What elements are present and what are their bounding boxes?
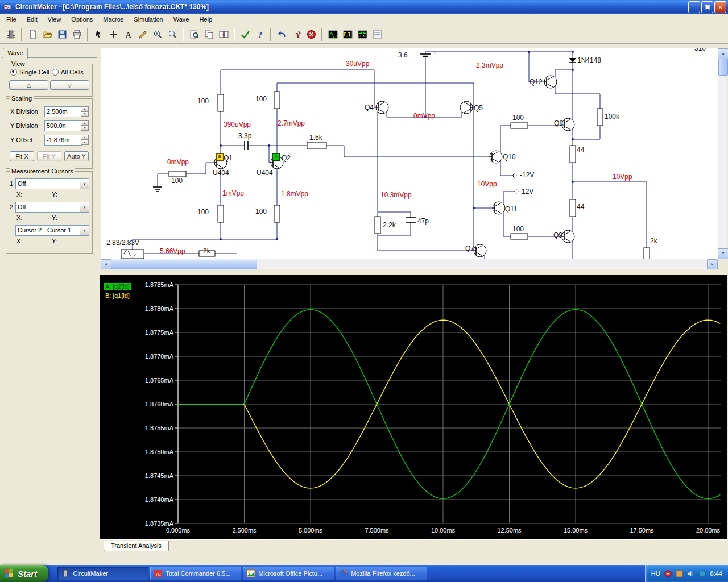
svg-text:TC: TC (155, 572, 162, 577)
clock[interactable]: 8:44 (710, 570, 722, 577)
probe-marker-b[interactable]: B (216, 153, 224, 161)
copy-view-button[interactable] (201, 27, 216, 41)
menu-view[interactable]: View (43, 15, 67, 24)
task-icon (339, 569, 348, 578)
cursor-delta-select[interactable]: Cursor 2 - Cursor 1 ▼ (15, 225, 89, 236)
print-button[interactable] (69, 27, 84, 41)
probe-marker-a[interactable]: A (272, 153, 280, 161)
schematic-canvas[interactable]: 30uVpp2.3mVpp0mVpp390uVpp2.7mVpp0mVpp1mV… (101, 48, 718, 259)
zoom-area-button[interactable] (150, 27, 165, 41)
run-simulation-icon (241, 30, 250, 39)
digital-waveform-view-button[interactable] (340, 27, 355, 41)
spinner-up-icon[interactable]: ▲ (81, 106, 89, 111)
help-button[interactable]: ? (253, 27, 267, 41)
task-button-3[interactable]: Microsoft Office Pictu... (243, 567, 334, 580)
close-button[interactable]: × (714, 1, 726, 13)
new-file-button[interactable] (25, 27, 40, 41)
schematic-value-label: 10.3mVpp (380, 191, 412, 199)
zoom-page-button[interactable] (187, 27, 201, 41)
open-file-button[interactable] (40, 27, 55, 41)
fit-y-button[interactable]: Fit Y (37, 151, 61, 161)
cursor-delta-value: Cursor 2 - Cursor 1 (16, 226, 80, 235)
x-division-spinner[interactable]: ▲▼ (81, 106, 89, 117)
trace-b-label[interactable]: B: jq1[id] (104, 292, 131, 299)
schematic-vertical-scrollbar[interactable]: ▲ ▼ (718, 48, 727, 259)
cell-up-button[interactable]: △ (9, 80, 48, 90)
menu-options[interactable]: Options (66, 15, 98, 24)
menu-file[interactable]: File (1, 15, 22, 24)
vertical-scroll-thumb[interactable] (718, 59, 728, 76)
cell-down-button[interactable]: ▽ (50, 80, 89, 90)
view-group: View Single Cell All Cells △ ▽ (6, 64, 93, 97)
restore-button[interactable]: ▣ (701, 1, 713, 13)
auto-y-button[interactable]: Auto Y (64, 151, 89, 161)
y-offset-input[interactable]: -1.876m (44, 135, 82, 146)
dropdown-arrow-icon[interactable]: ▼ (80, 226, 89, 235)
language-indicator[interactable]: HU (651, 570, 660, 577)
add-part-button[interactable] (106, 27, 121, 41)
blue-badge-icon[interactable] (698, 569, 707, 578)
waveform-plot[interactable]: 1.8785mA1.8780mA1.8775mA1.8770mA1.8765mA… (100, 275, 727, 539)
text-tool-button[interactable]: A (121, 27, 135, 41)
y-offset-spinner[interactable]: ▲▼ (81, 135, 89, 145)
task-button-2[interactable]: TCTotal Commander 6.5... (150, 567, 241, 580)
volume-icon[interactable] (686, 569, 696, 578)
save-file-button[interactable] (55, 27, 69, 41)
radio-single-cell[interactable]: Single Cell (10, 69, 49, 76)
minimize-button[interactable]: ─ (688, 1, 700, 13)
select-cursor-button[interactable] (91, 27, 106, 41)
wire-tool-button[interactable] (135, 27, 150, 41)
probe-tool-button[interactable]: Y (289, 27, 304, 41)
menu-edit[interactable]: Edit (22, 15, 43, 24)
split-view-button[interactable] (216, 27, 231, 41)
logic-analyzer-view-button[interactable] (355, 27, 370, 41)
spinner-down-icon[interactable]: ▼ (81, 140, 89, 145)
schematic-part-label: -12V (520, 171, 534, 179)
y-division-input[interactable]: 500.0n (44, 120, 82, 131)
oscilloscope-view-button[interactable] (325, 27, 340, 41)
cursor2-select[interactable]: Off ▼ (15, 202, 89, 213)
analysis-setup-button[interactable] (370, 27, 384, 41)
titlebar: CircuitMaker - [C:\Program Files\...\els… (0, 0, 728, 14)
schematic-part-label: 2k (650, 237, 657, 245)
tab-wave[interactable]: Wave (3, 48, 28, 59)
cursor1-select[interactable]: Off ▼ (15, 178, 89, 189)
undo-button[interactable] (274, 27, 289, 41)
schematic-part-label: 100 (255, 207, 267, 215)
dropdown-arrow-icon[interactable]: ▼ (80, 202, 89, 212)
x-division-input[interactable]: 2.500m (44, 106, 82, 117)
svg-text:2.500ms: 2.500ms (232, 527, 257, 534)
yellow-badge-icon[interactable] (675, 569, 684, 578)
delta-x-label: X: (16, 238, 22, 244)
menu-simulation[interactable]: Simulation (129, 15, 168, 24)
spinner-up-icon[interactable]: ▲ (81, 135, 89, 140)
red-badge-icon[interactable] (664, 569, 673, 578)
pane-splitter[interactable] (100, 269, 728, 275)
scroll-up-button[interactable]: ▲ (718, 48, 728, 59)
menu-macros[interactable]: Macros (98, 15, 129, 24)
spinner-down-icon[interactable]: ▼ (81, 126, 89, 131)
svg-text:1.8760mA: 1.8760mA (145, 401, 174, 408)
spinner-up-icon[interactable]: ▲ (81, 120, 89, 126)
horizontal-scroll-thumb[interactable] (111, 260, 257, 269)
system-tray: HU 8:44 (645, 565, 728, 582)
y-division-spinner[interactable]: ▲▼ (81, 120, 89, 131)
start-button[interactable]: Start (0, 565, 48, 582)
menu-wave[interactable]: Wave (168, 15, 195, 24)
tab-transient-analysis[interactable]: Transient Analysis (104, 541, 169, 551)
menu-help[interactable]: Help (194, 15, 217, 24)
radio-all-cells[interactable]: All Cells (52, 69, 84, 76)
task-button-1[interactable]: CircuitMaker (57, 567, 148, 580)
trace-a-label[interactable]: A: jq2[id] (104, 283, 131, 290)
stop-simulation-button[interactable] (304, 27, 318, 41)
task-button-4[interactable]: Mozilla Firefox kezdő... (336, 567, 427, 580)
measurement-cursors-group: Measurement Cursors 1 Off ▼ X: Y: 2 (6, 171, 93, 254)
scroll-down-button[interactable]: ▼ (718, 248, 728, 259)
spinner-down-icon[interactable]: ▼ (81, 111, 89, 117)
schematic-horizontal-scrollbar[interactable]: ◄ ► (101, 259, 718, 269)
dip-chip-button[interactable] (3, 27, 18, 41)
fit-x-button[interactable]: Fit X (10, 151, 34, 161)
zoom-button[interactable] (165, 27, 180, 41)
dropdown-arrow-icon[interactable]: ▼ (80, 179, 89, 189)
run-simulation-button[interactable] (238, 27, 253, 41)
